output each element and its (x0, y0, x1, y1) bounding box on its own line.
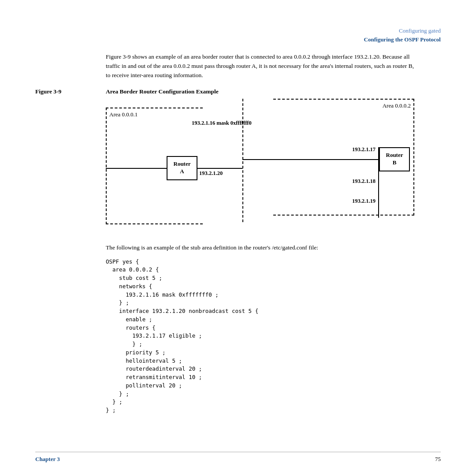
code-block: OSPF yes { area 0.0.0.2 { stub cost 5 ; … (106, 258, 414, 415)
center-vert-line (242, 99, 243, 222)
header-top: Configuring gated (35, 26, 441, 35)
router-b-label1: Router (386, 152, 403, 159)
page: Configuring gated Configuring the OSPF P… (0, 0, 476, 476)
header: Configuring gated Configuring the OSPF P… (35, 26, 441, 44)
footer-chapter: Chapter 3 (35, 456, 60, 463)
stub-text: The following is an example of the stub … (106, 243, 414, 253)
router-b-box: Router B (379, 147, 410, 171)
area-right-label: Area 0.0.0.2 (383, 102, 411, 109)
network-label-1319: 193.2.1.19 (352, 198, 376, 205)
vert-line-routerb (378, 147, 379, 218)
router-a-label1: Router (174, 160, 191, 168)
figure-number: Figure 3-9 (35, 88, 61, 95)
network-label-1620: 193.2.1.16 mask 0xfffffff0 (192, 120, 252, 126)
figure-title: Area Border Router Configuration Example (106, 88, 441, 95)
header-bottom: Configuring the OSPF Protocol (35, 35, 441, 44)
network-label-1320: 193.2.1.20 (199, 170, 223, 177)
router-a-box: Router A (167, 156, 197, 180)
code-content: OSPF yes { area 0.0.0.2 { stub cost 5 ; … (106, 258, 414, 415)
figure-content: Area Border Router Configuration Example… (106, 88, 441, 235)
router-a-label2: A (180, 168, 184, 175)
diagram: Area 0.0.0.1 Area 0.0.0.2 Router A Route (106, 99, 414, 235)
figure-container: Figure 3-9 Area Border Router Configurat… (35, 88, 441, 235)
router-b-label2: B (393, 159, 397, 167)
horiz-line-left (106, 168, 167, 169)
footer: Chapter 3 75 (35, 452, 441, 463)
body-paragraph: Figure 3-9 shows an example of an area b… (106, 52, 414, 80)
figure-label: Figure 3-9 (35, 88, 106, 235)
area-left-label: Area 0.0.0.1 (109, 111, 138, 118)
network-label-1317: 193.2.1.17 (352, 146, 376, 153)
horiz-line-routerb (242, 159, 379, 160)
network-label-1318: 193.2.1.18 (352, 178, 376, 185)
footer-page: 75 (435, 456, 441, 463)
horiz-line-right (197, 168, 242, 169)
